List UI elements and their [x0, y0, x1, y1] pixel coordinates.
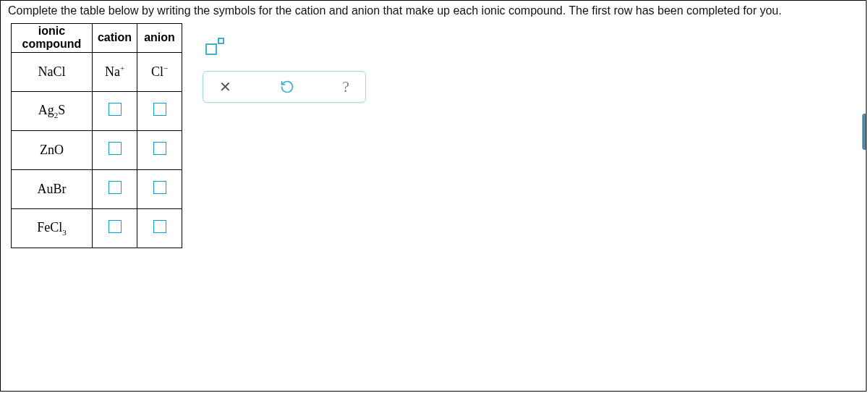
col-header-anion: anion	[137, 23, 182, 52]
table-row: ZnO	[12, 130, 182, 169]
anion-cell[interactable]	[137, 130, 182, 169]
col-header-cation: cation	[93, 23, 137, 52]
anion-cell[interactable]	[137, 169, 182, 208]
col-header-compound: ioniccompound	[12, 23, 93, 52]
undo-icon[interactable]	[280, 80, 294, 94]
table-row: Ag2S	[12, 91, 182, 130]
table-row: AuBr	[12, 169, 182, 208]
compound-cell: ZnO	[12, 130, 93, 169]
compound-cell: NaCl	[12, 52, 93, 91]
action-toolbar: ✕ ?	[203, 71, 366, 103]
cation-input[interactable]	[109, 103, 122, 116]
table-row: FeCl3	[12, 208, 182, 248]
anion-input[interactable]	[153, 220, 166, 233]
anion-input[interactable]	[153, 103, 166, 116]
compound-cell: FeCl3	[12, 208, 93, 248]
cation-cell[interactable]	[93, 91, 137, 130]
cation-input[interactable]	[109, 220, 122, 233]
anion-cell: Cl−	[137, 52, 182, 91]
compound-cell: AuBr	[12, 169, 93, 208]
cation-cell[interactable]	[93, 130, 137, 169]
table-row: NaClNa+Cl−	[12, 52, 182, 91]
cation-input[interactable]	[109, 181, 122, 194]
cation-cell[interactable]	[93, 208, 137, 248]
anion-input[interactable]	[153, 181, 166, 194]
table-body: NaClNa+Cl−Ag2SZnOAuBrFeCl3	[12, 52, 182, 248]
cation-input[interactable]	[109, 142, 122, 155]
anion-cell[interactable]	[137, 91, 182, 130]
superscript-icon[interactable]	[205, 38, 224, 55]
scrollbar-thumb[interactable]	[862, 114, 866, 150]
cation-cell: Na+	[93, 52, 137, 91]
clear-icon[interactable]: ✕	[219, 80, 231, 94]
help-icon[interactable]: ?	[342, 79, 349, 95]
ionic-table: ioniccompound cation anion NaClNa+Cl−Ag2…	[11, 23, 182, 248]
instruction-text: Complete the table below by writing the …	[1, 1, 866, 20]
anion-input[interactable]	[153, 142, 166, 155]
cation-cell[interactable]	[93, 169, 137, 208]
anion-cell[interactable]	[137, 208, 182, 248]
compound-cell: Ag2S	[12, 91, 93, 130]
